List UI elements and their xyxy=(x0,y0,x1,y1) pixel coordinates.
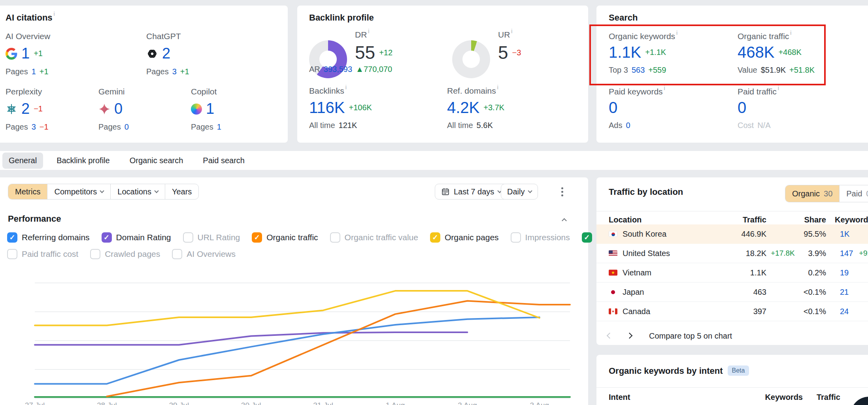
traffic-by-location-title: Traffic by location xyxy=(609,187,683,197)
perplexity-count[interactable]: 2 xyxy=(21,100,30,117)
checkbox-icon[interactable] xyxy=(90,249,100,259)
checkbox-icon[interactable] xyxy=(582,232,592,243)
chevron-down-icon xyxy=(100,188,104,193)
tab-paid-search[interactable]: Paid search xyxy=(196,153,251,169)
performance-title: Performance xyxy=(8,214,61,224)
years-filter-button[interactable]: Years xyxy=(165,184,198,199)
metric-checkbox-organic-pages[interactable]: Organic pages xyxy=(430,232,499,243)
paid-traffic-value[interactable]: 0 xyxy=(738,99,746,117)
tab-general[interactable]: General xyxy=(2,153,43,169)
date-range-button[interactable]: Last 7 days xyxy=(435,184,508,200)
backlink-profile-card: Backlink profile DRi 55+12 AR393,593▲770… xyxy=(297,6,588,143)
tab-backlink-profile[interactable]: Backlink profile xyxy=(50,153,116,169)
info-icon[interactable]: i xyxy=(54,11,55,17)
paid-keywords-value[interactable]: 0 xyxy=(609,99,617,117)
competitors-filter-button[interactable]: Competitors xyxy=(47,184,110,199)
metrics-filter-button[interactable]: Metrics xyxy=(8,184,47,199)
performance-panel: Metrics Competitors Locations Years Last… xyxy=(0,177,588,405)
info-icon[interactable]: i xyxy=(345,84,347,90)
previous-page-icon[interactable] xyxy=(607,333,613,339)
svg-text:28 Jul: 28 Jul xyxy=(97,401,117,405)
copilot-count[interactable]: 1 xyxy=(206,100,214,117)
chevron-down-icon xyxy=(528,188,532,193)
checkbox-icon[interactable] xyxy=(183,232,193,243)
canada-flag-icon xyxy=(609,309,617,315)
metric-checkbox-domain-rating[interactable]: Domain Rating xyxy=(102,232,171,243)
metric-checkbox-organic-traffic-value[interactable]: Organic traffic value xyxy=(330,232,418,243)
info-icon[interactable]: i xyxy=(676,30,677,36)
info-icon[interactable]: i xyxy=(511,28,512,34)
svg-text:27 Jul: 27 Jul xyxy=(25,401,45,405)
svg-text:1 Aug: 1 Aug xyxy=(386,401,405,405)
backlinks-value[interactable]: 116K xyxy=(309,99,345,117)
divider xyxy=(596,387,868,388)
location-pagination: Compare top 5 on chart xyxy=(596,327,868,345)
checkbox-icon[interactable] xyxy=(7,249,17,259)
checkbox-icon[interactable] xyxy=(430,232,440,243)
more-options-button[interactable] xyxy=(555,184,569,200)
backlinks-label: Backlinksi xyxy=(309,86,347,96)
table-row-japan[interactable]: Japan 463 <0.1% 21 xyxy=(596,283,868,302)
organic-tab[interactable]: Organic30 xyxy=(785,185,839,202)
svg-text:29 Jul: 29 Jul xyxy=(169,401,189,405)
locations-filter-button[interactable]: Locations xyxy=(110,184,165,199)
checkbox-icon[interactable] xyxy=(511,232,521,243)
collapse-section-icon[interactable] xyxy=(562,218,567,223)
checkbox-icon[interactable] xyxy=(7,232,17,243)
metric-checkbox-paid-traffic-cost[interactable]: Paid traffic cost xyxy=(7,249,78,259)
copilot-icon xyxy=(191,104,202,115)
performance-line-chart: 27 Jul28 Jul29 Jul30 Jul31 Jul1 Aug2 Aug… xyxy=(24,271,574,405)
metric-checkbox-ai-overviews[interactable]: AI Overviews xyxy=(172,249,236,259)
table-row-united-states[interactable]: United States 18.2K +17.8K 3.9% 147 +92 xyxy=(596,244,868,263)
ur-value: 5 xyxy=(498,42,508,63)
gemini-icon xyxy=(98,103,110,115)
next-page-icon[interactable] xyxy=(626,333,633,339)
traffic-by-location-panel: Traffic by location Organic30 Paid0 Loca… xyxy=(596,177,868,345)
ai-overview-count[interactable]: 1 xyxy=(21,45,30,62)
compare-top5-label[interactable]: Compare top 5 on chart xyxy=(649,332,732,341)
info-icon[interactable]: i xyxy=(790,30,791,36)
gemini-count[interactable]: 0 xyxy=(114,100,123,117)
tab-organic-search[interactable]: Organic search xyxy=(123,153,190,169)
metric-toggles-row-2: Paid traffic cost Crawled pages AI Overv… xyxy=(7,249,236,259)
google-g-icon xyxy=(6,48,17,60)
checkbox-icon[interactable] xyxy=(330,232,340,243)
checkbox-icon[interactable] xyxy=(252,232,262,243)
backlink-profile-title: Backlink profile xyxy=(309,13,374,23)
info-icon[interactable]: i xyxy=(778,85,779,91)
checkbox-icon[interactable] xyxy=(102,232,112,243)
ahrefs-overview-page: { "accents": { "link_blue": "#0d57cd", "… xyxy=(0,0,868,405)
paid-traffic-label: Paid traffici xyxy=(738,87,779,96)
ref-domains-label: Ref. domainsi xyxy=(447,86,498,96)
granularity-button[interactable]: Daily xyxy=(501,184,538,200)
metric-toggles-row-1: Referring domains Domain Rating URL Rati… xyxy=(7,232,636,243)
table-row-canada[interactable]: Canada 397 <0.1% 24 xyxy=(596,302,868,321)
filter-segmented-control: Metrics Competitors Locations Years xyxy=(8,184,199,200)
ur-label: URi xyxy=(498,30,512,40)
info-icon[interactable]: i xyxy=(497,84,498,90)
south-korea-flag-icon xyxy=(609,231,617,237)
checkbox-icon[interactable] xyxy=(172,249,182,259)
perplexity-icon xyxy=(6,103,17,115)
ahrefs-rank-value[interactable]: 393,593 xyxy=(324,65,352,74)
table-row-vietnam[interactable]: Vietnam 1.1K 0.2% 19 xyxy=(596,263,868,283)
organic-keywords-value[interactable]: 1.1K xyxy=(609,43,641,61)
metric-checkbox-organic-traffic[interactable]: Organic traffic xyxy=(252,232,318,243)
overview-nav-tabs: General Backlink profile Organic search … xyxy=(0,151,868,170)
metric-checkbox-url-rating[interactable]: URL Rating xyxy=(183,232,240,243)
keywords-by-intent-title: Organic keywords by intentBeta xyxy=(609,365,749,376)
info-icon[interactable]: i xyxy=(664,85,665,91)
japan-flag-icon xyxy=(609,289,617,295)
organic-traffic-value[interactable]: 468K xyxy=(738,43,774,61)
ref-domains-value[interactable]: 4.2K xyxy=(447,99,479,117)
metric-checkbox-crawled-pages[interactable]: Crawled pages xyxy=(90,249,160,259)
paid-tab[interactable]: Paid0 xyxy=(839,185,868,202)
vietnam-flag-icon xyxy=(609,270,617,276)
info-icon[interactable]: i xyxy=(368,28,369,34)
metric-checkbox-referring-domains[interactable]: Referring domains xyxy=(7,232,90,243)
chatgpt-count[interactable]: 2 xyxy=(162,45,170,62)
table-row-south-korea[interactable]: South Korea 446.9K 95.5% 1K xyxy=(596,224,868,244)
united-states-flag-icon xyxy=(609,251,617,256)
metric-checkbox-impressions[interactable]: Impressions xyxy=(511,232,570,243)
svg-text:3 Aug: 3 Aug xyxy=(530,401,549,405)
